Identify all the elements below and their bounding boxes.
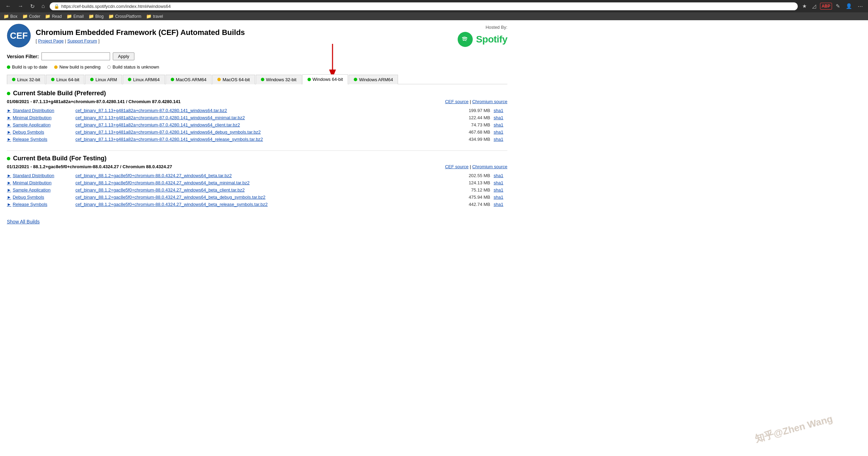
tab-windows64[interactable]: Windows 64-bit bbox=[302, 74, 348, 84]
beta-standard-dist-type[interactable]: ► Standard Distribution bbox=[7, 173, 75, 178]
bookmark-box[interactable]: 📁 Box bbox=[3, 14, 17, 19]
beta-debug-symbols-type[interactable]: ► Debug Symbols bbox=[7, 195, 75, 200]
green-dot bbox=[7, 65, 10, 69]
triangle-icon: ► bbox=[7, 115, 11, 120]
tab-windows32[interactable]: Windows 32-bit bbox=[256, 75, 302, 84]
menu-button[interactable]: ⋯ bbox=[856, 2, 865, 10]
address-bar[interactable]: 🔒 https://cef-builds.spotifycdn.com/inde… bbox=[50, 2, 798, 10]
stable-source-links: CEF source | Chromium source bbox=[445, 99, 507, 104]
profile-button[interactable]: 👤 bbox=[844, 2, 854, 10]
type-label: Minimal Distribution bbox=[13, 180, 51, 185]
back-button[interactable]: ← bbox=[3, 2, 13, 10]
beta-debug-symbols-sha[interactable]: sha1 bbox=[494, 195, 507, 200]
stable-minimal-dist-sha[interactable]: sha1 bbox=[494, 115, 507, 120]
beta-sample-app-type[interactable]: ► Sample Application bbox=[7, 187, 75, 193]
beta-standard-dist-link[interactable]: cef_binary_88.1.2+gac8e5f0+chromium-88.0… bbox=[75, 173, 459, 178]
version-filter-input[interactable] bbox=[41, 52, 110, 60]
stable-release-symbols-link[interactable]: cef_binary_87.1.13+g481a82a+chromium-87.… bbox=[75, 137, 459, 142]
status-pending-label: New build is pending bbox=[59, 64, 100, 70]
stable-standard-dist-sha[interactable]: sha1 bbox=[494, 108, 507, 113]
tab-macos64[interactable]: MacOS 64-bit bbox=[212, 75, 255, 84]
beta-minimal-dist-sha[interactable]: sha1 bbox=[494, 180, 507, 185]
beta-minimal-dist-link[interactable]: cef_binary_88.1.2+gac8e5f0+chromium-88.0… bbox=[75, 180, 459, 185]
beta-minimal-dist-size: 124.13 MB bbox=[459, 180, 494, 185]
beta-sample-app-sha[interactable]: sha1 bbox=[494, 187, 507, 193]
beta-sample-app-link[interactable]: cef_binary_88.1.2+gac8e5f0+chromium-88.0… bbox=[75, 187, 459, 193]
type-label: Debug Symbols bbox=[13, 130, 44, 135]
browser-actions: ★ ◿ ABP ✎ 👤 ⋯ bbox=[800, 2, 865, 10]
table-row: ► Standard Distribution cef_binary_88.1.… bbox=[7, 172, 507, 179]
stable-minimal-dist-type[interactable]: ► Minimal Distribution bbox=[7, 115, 75, 120]
home-button[interactable]: ⌂ bbox=[39, 2, 47, 10]
spotify-logo-area: Spotify bbox=[458, 32, 507, 47]
adblock-button[interactable]: ABP bbox=[820, 3, 832, 10]
stable-debug-symbols-sha[interactable]: sha1 bbox=[494, 130, 507, 135]
triangle-icon: ► bbox=[7, 173, 11, 178]
tab-macosarm64[interactable]: MacOS ARM64 bbox=[166, 75, 212, 84]
tab-windowsarm64[interactable]: Windows ARM64 bbox=[349, 75, 398, 84]
tab-linuxarm64[interactable]: Linux ARM64 bbox=[123, 75, 165, 84]
status-unknown: Build status is unknown bbox=[107, 64, 159, 70]
stable-build-title: Current Stable Build (Preferred) bbox=[7, 90, 507, 97]
stable-debug-symbols-type[interactable]: ► Debug Symbols bbox=[7, 130, 75, 135]
empty-dot bbox=[107, 65, 111, 69]
support-forum-link[interactable]: Support Forum bbox=[67, 38, 97, 44]
bookmark-label: travel bbox=[153, 14, 163, 19]
stable-standard-dist-type[interactable]: ► Standard Distribution bbox=[7, 108, 75, 113]
table-row: ► Minimal Distribution cef_binary_88.1.2… bbox=[7, 179, 507, 186]
stable-cef-source-link[interactable]: CEF source bbox=[445, 99, 469, 104]
stable-chromium-source-link[interactable]: Chromium source bbox=[472, 99, 507, 104]
beta-standard-dist-size: 202.55 MB bbox=[459, 173, 494, 178]
bookmark-blog[interactable]: 📁 Blog bbox=[88, 14, 104, 19]
beta-chromium-source-link[interactable]: Chromium source bbox=[472, 164, 507, 169]
beta-minimal-dist-type[interactable]: ► Minimal Distribution bbox=[7, 180, 75, 185]
beta-cef-source-link[interactable]: CEF source bbox=[445, 164, 469, 169]
extensions-button[interactable]: ◿ bbox=[810, 2, 818, 10]
triangle-icon: ► bbox=[7, 202, 11, 207]
bookmark-bar-button[interactable]: ✎ bbox=[834, 2, 842, 10]
star-button[interactable]: ★ bbox=[800, 2, 808, 10]
yellow-dot bbox=[54, 65, 58, 69]
stable-minimal-dist-link[interactable]: cef_binary_87.1.13+g481a82a+chromium-87.… bbox=[75, 115, 459, 120]
stable-sample-app-type[interactable]: ► Sample Application bbox=[7, 122, 75, 127]
folder-icon: 📁 bbox=[3, 14, 9, 19]
bookmark-coder[interactable]: 📁 Coder bbox=[22, 14, 40, 19]
stable-sample-app-link[interactable]: cef_binary_87.1.13+g481a82a+chromium-87.… bbox=[75, 122, 459, 127]
bookmark-email[interactable]: 📁 Email bbox=[67, 14, 84, 19]
stable-standard-dist-link[interactable]: cef_binary_87.1.13+g481a82a+chromium-87.… bbox=[75, 108, 459, 113]
tab-linuxarm[interactable]: Linux ARM bbox=[85, 75, 122, 84]
bookmark-read[interactable]: 📁 Read bbox=[45, 14, 62, 19]
hosted-by: Hosted By: Spotify bbox=[458, 25, 507, 47]
bookmark-crossplatform[interactable]: 📁 CrossPlatform bbox=[108, 14, 141, 19]
stable-debug-symbols-link[interactable]: cef_binary_87.1.13+g481a82a+chromium-87.… bbox=[75, 130, 459, 135]
bookmark-travel[interactable]: 📁 travel bbox=[146, 14, 163, 19]
type-label: Debug Symbols bbox=[13, 195, 44, 200]
beta-release-symbols-link[interactable]: cef_binary_88.1.2+gac8e5f0+chromium-88.0… bbox=[75, 202, 459, 207]
beta-release-symbols-sha[interactable]: sha1 bbox=[494, 202, 507, 207]
spotify-label: Spotify bbox=[476, 34, 507, 45]
beta-sample-app-size: 75.12 MB bbox=[459, 187, 494, 193]
apply-button[interactable]: Apply bbox=[113, 52, 134, 60]
cef-logo: CEF bbox=[7, 24, 31, 48]
table-row: ► Debug Symbols cef_binary_87.1.13+g481a… bbox=[7, 128, 507, 136]
project-page-link[interactable]: Project Page bbox=[38, 38, 63, 44]
divider bbox=[7, 150, 507, 151]
table-row: ► Debug Symbols cef_binary_88.1.2+gac8e5… bbox=[7, 194, 507, 201]
forward-button[interactable]: → bbox=[16, 2, 25, 10]
beta-release-symbols-type[interactable]: ► Release Symbols bbox=[7, 202, 75, 207]
stable-sample-app-sha[interactable]: sha1 bbox=[494, 122, 507, 127]
tab-dot-windows64 bbox=[308, 78, 311, 81]
stable-release-symbols-type[interactable]: ► Release Symbols bbox=[7, 137, 75, 142]
type-label: Standard Distribution bbox=[13, 108, 54, 113]
beta-build-section: Current Beta Build (For Testing) 01/12/2… bbox=[7, 155, 507, 208]
tab-linux64[interactable]: Linux 64-bit bbox=[46, 75, 84, 84]
type-label: Minimal Distribution bbox=[13, 115, 51, 120]
triangle-icon: ► bbox=[7, 108, 11, 113]
version-filter: Version Filter: Apply bbox=[7, 52, 507, 60]
tab-linux32[interactable]: Linux 32-bit bbox=[7, 75, 45, 84]
refresh-button[interactable]: ↻ bbox=[28, 2, 37, 10]
stable-release-symbols-sha[interactable]: sha1 bbox=[494, 137, 507, 142]
beta-debug-symbols-link[interactable]: cef_binary_88.1.2+gac8e5f0+chromium-88.0… bbox=[75, 195, 459, 200]
beta-standard-dist-sha[interactable]: sha1 bbox=[494, 173, 507, 178]
show-all-builds-link[interactable]: Show All Builds bbox=[7, 219, 40, 224]
